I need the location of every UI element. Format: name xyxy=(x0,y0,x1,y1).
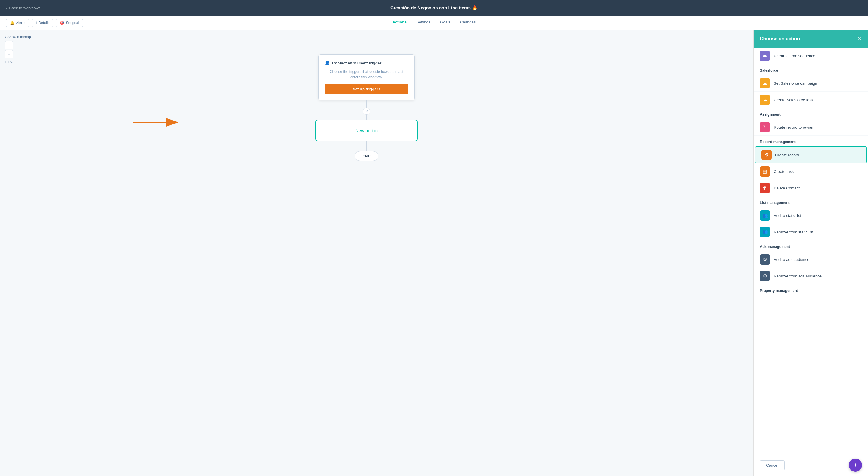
cancel-button[interactable]: Cancel xyxy=(760,460,784,470)
setup-triggers-button[interactable]: Set up triggers xyxy=(324,84,408,94)
panel-footer: Cancel ✦ xyxy=(754,454,868,476)
section-label-ads-management: Ads management xyxy=(754,241,868,251)
back-to-workflows-link[interactable]: ‹ Back to workflows xyxy=(6,6,40,10)
action-item-unenroll-sequence[interactable]: ⏏ Unenroll from sequence xyxy=(754,47,868,64)
minimap-toggle[interactable]: › Show minimap xyxy=(5,35,31,39)
panel-title: Choose an action xyxy=(760,36,800,41)
person-icon: 👤 xyxy=(324,61,330,65)
action-item-create-task[interactable]: ▤ Create task xyxy=(754,163,868,180)
remove-ads-audience-icon: ⚙ xyxy=(760,271,770,281)
end-node: END xyxy=(355,151,378,161)
add-static-list-icon: 👥 xyxy=(760,210,770,221)
zoom-controls: + − 100% xyxy=(5,41,13,64)
trigger-description: Choose the triggers that decide how a co… xyxy=(324,69,408,80)
delete-connector-button[interactable]: ✕ xyxy=(363,107,370,115)
salesforce-task-icon: ☁ xyxy=(760,95,770,105)
bell-icon: 🔔 xyxy=(10,21,14,25)
remove-static-list-icon: 👥 xyxy=(760,227,770,237)
action-item-create-record[interactable]: ⚙ Create record xyxy=(755,147,867,163)
sparkle-icon: ✦ xyxy=(853,462,858,469)
action-item-add-to-static-list[interactable]: 👥 Add to static list xyxy=(754,207,868,224)
delete-contact-icon: 🗑 xyxy=(760,183,770,193)
tab-actions[interactable]: Actions xyxy=(393,16,407,30)
rotate-record-icon: ↻ xyxy=(760,122,770,132)
zoom-out-button[interactable]: − xyxy=(5,50,13,58)
panel-header: Choose an action ✕ xyxy=(754,30,868,47)
chevron-right-icon: › xyxy=(5,35,6,39)
add-ads-audience-icon: ⚙ xyxy=(760,254,770,264)
info-icon: ℹ xyxy=(36,21,37,25)
top-nav: ‹ Back to workflows Creación de Negocios… xyxy=(0,0,868,16)
zoom-in-button[interactable]: + xyxy=(5,41,13,50)
unenroll-sequence-icon: ⏏ xyxy=(760,51,770,61)
create-record-icon: ⚙ xyxy=(761,150,772,160)
details-button[interactable]: ℹ Details xyxy=(32,19,54,27)
page-title: Creación de Negocios con Line items 🔥 xyxy=(390,5,478,10)
action-item-remove-from-static-list[interactable]: 👥 Remove from static list xyxy=(754,224,868,241)
create-task-icon: ▤ xyxy=(760,166,770,177)
action-item-delete-contact[interactable]: 🗑 Delete Contact xyxy=(754,180,868,196)
panel-body: ⏏ Unenroll from sequence Salesforce ☁ Se… xyxy=(754,47,868,454)
target-icon: 🎯 xyxy=(60,21,64,25)
action-item-create-salesforce-task[interactable]: ☁ Create Salesforce task xyxy=(754,92,868,108)
arrow-indicator xyxy=(133,117,181,128)
section-label-property-management: Property management xyxy=(754,284,868,295)
sub-toolbar: 🔔 Alerts ℹ Details 🎯 Set goal Actions Se… xyxy=(0,16,868,30)
salesforce-campaign-icon: ☁ xyxy=(760,78,770,88)
close-panel-button[interactable]: ✕ xyxy=(858,36,862,42)
chevron-left-icon: ‹ xyxy=(6,6,7,10)
set-goal-button[interactable]: 🎯 Set goal xyxy=(56,19,83,27)
fab-button[interactable]: ✦ xyxy=(849,458,862,472)
workflow-canvas[interactable]: › Show minimap + − 100% 👤 Contact enroll… xyxy=(0,30,753,476)
section-label-assignment: Assignment xyxy=(754,108,868,119)
zoom-level: 100% xyxy=(5,60,13,64)
tab-goals[interactable]: Goals xyxy=(440,16,450,30)
section-label-record-management: Record management xyxy=(754,135,868,147)
tab-settings[interactable]: Settings xyxy=(416,16,430,30)
tab-changes[interactable]: Changes xyxy=(460,16,475,30)
action-item-remove-from-ads-audience[interactable]: ⚙ Remove from ads audience xyxy=(754,268,868,284)
workflow-area: 👤 Contact enrollment trigger Choose the … xyxy=(315,54,418,161)
alerts-button[interactable]: 🔔 Alerts xyxy=(6,19,29,27)
trigger-node: 👤 Contact enrollment trigger Choose the … xyxy=(318,54,415,100)
tabs-bar: Actions Settings Goals Changes xyxy=(393,16,476,30)
section-label-salesforce: Salesforce xyxy=(754,64,868,75)
trigger-header: 👤 Contact enrollment trigger xyxy=(324,61,408,65)
new-action-node[interactable]: New action xyxy=(315,120,418,141)
action-item-add-to-ads-audience[interactable]: ⚙ Add to ads audience xyxy=(754,251,868,268)
right-panel: Choose an action ✕ ⏏ Unenroll from seque… xyxy=(753,30,868,476)
section-label-list-management: List management xyxy=(754,196,868,207)
action-item-set-salesforce-campaign[interactable]: ☁ Set Salesforce campaign xyxy=(754,75,868,92)
main-content: › Show minimap + − 100% 👤 Contact enroll… xyxy=(0,30,868,476)
action-item-rotate-record[interactable]: ↻ Rotate record to owner xyxy=(754,119,868,135)
back-link-label: Back to workflows xyxy=(9,6,40,10)
